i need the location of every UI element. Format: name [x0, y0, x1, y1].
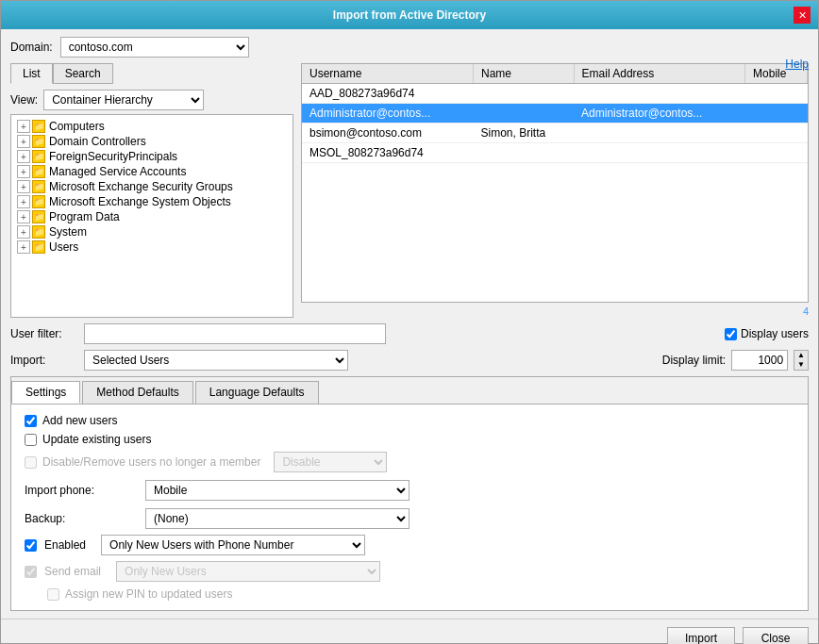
import-row: Import: Selected Users All Users New Use… — [10, 350, 809, 371]
tree-container[interactable]: + 📁 Computers + 📁 Domain Controllers + 📁… — [10, 114, 293, 318]
tab-method-defaults[interactable]: Method Defaults — [82, 381, 192, 404]
tree-item[interactable]: + 📁 System — [13, 224, 291, 239]
tree-expander[interactable]: + — [17, 195, 30, 208]
backup-row: Backup: (None) — [25, 508, 794, 529]
display-limit-label: Display limit: — [662, 354, 726, 367]
enabled-checkbox[interactable] — [25, 539, 37, 552]
tree-item[interactable]: + 📁 Computers — [13, 119, 291, 134]
user-table: Username Name Email Address Mobile AAD_8… — [301, 63, 809, 303]
help-link[interactable]: Help — [785, 58, 809, 71]
folder-icon: 📁 — [32, 210, 45, 223]
close-button[interactable]: ✕ — [794, 7, 811, 24]
tree-item[interactable]: + 📁 ForeignSecurityPrincipals — [13, 149, 291, 164]
tree-item[interactable]: + 📁 Domain Controllers — [13, 134, 291, 149]
backup-select[interactable]: (None) — [145, 508, 410, 529]
title-bar: Import from Active Directory ✕ — [1, 1, 818, 29]
add-new-users-checkbox[interactable] — [25, 415, 37, 427]
cell-name — [474, 143, 575, 163]
cell-username: bsimon@contoso.com — [302, 124, 474, 143]
import-phone-row: Import phone: Mobile Home Work — [25, 480, 794, 501]
disable-remove-row: Disable/Remove users no longer a member … — [25, 452, 794, 472]
tree-item[interactable]: + 📁 Users — [13, 239, 291, 255]
cell-mobile — [745, 143, 808, 163]
table-row[interactable]: AAD_808273a96d74 — [302, 84, 808, 104]
enabled-row: Enabled Only New Users with Phone Number — [25, 535, 794, 555]
tree-expander[interactable]: + — [17, 150, 30, 163]
tree-label: Microsoft Exchange System Objects — [49, 195, 231, 208]
import-button[interactable]: Import — [667, 627, 735, 644]
settings-tabs: Settings Method Defaults Language Defaul… — [11, 377, 808, 405]
folder-icon: 📁 — [32, 120, 45, 133]
disable-remove-select: Disable — [274, 452, 387, 472]
domain-label: Domain: — [10, 41, 53, 54]
tree-label: Managed Service Accounts — [49, 165, 186, 178]
table-row[interactable]: Administrator@contos... Administrator@co… — [302, 104, 808, 124]
table-row[interactable]: bsimon@contoso.com Simon, Britta — [302, 124, 808, 143]
tree-expander[interactable]: + — [17, 180, 30, 193]
cell-username: Administrator@contos... — [302, 104, 474, 124]
cell-email — [574, 84, 745, 104]
folder-icon: 📁 — [32, 165, 45, 178]
tree-item[interactable]: + 📁 Microsoft Exchange Security Groups — [13, 179, 291, 194]
tree-expander[interactable]: + — [17, 135, 30, 148]
tree-item[interactable]: + 📁 Microsoft Exchange System Objects — [13, 194, 291, 209]
disable-remove-label: Disable/Remove users no longer a member — [42, 455, 260, 469]
main-area: List Search View: Container Hierarchy + … — [10, 63, 809, 318]
enabled-select[interactable]: Only New Users with Phone Number — [101, 535, 365, 555]
assign-pin-checkbox[interactable] — [47, 588, 59, 601]
folder-icon: 📁 — [32, 225, 45, 239]
spinner-down[interactable]: ▼ — [794, 360, 808, 370]
filter-row: User filter: Display users — [10, 323, 809, 344]
dialog-title: Import from Active Directory — [25, 8, 794, 22]
tree-expander[interactable]: + — [17, 165, 30, 178]
domain-select[interactable]: contoso.com — [60, 37, 249, 58]
tree-label: ForeignSecurityPrincipals — [49, 150, 177, 163]
users-table: Username Name Email Address Mobile AAD_8… — [302, 64, 808, 163]
view-select[interactable]: Container Hierarchy — [43, 90, 204, 110]
tree-item[interactable]: + 📁 Managed Service Accounts — [13, 164, 291, 179]
backup-label: Backup: — [25, 512, 138, 525]
update-existing-users-checkbox[interactable] — [25, 434, 37, 446]
col-email: Email Address — [574, 64, 745, 84]
send-email-checkbox[interactable] — [25, 566, 37, 578]
cell-email — [574, 124, 745, 143]
user-filter-input[interactable] — [84, 323, 386, 344]
tab-list[interactable]: List — [10, 63, 53, 84]
spinner: ▲ ▼ — [794, 350, 809, 371]
folder-icon: 📁 — [32, 180, 45, 193]
import-select[interactable]: Selected Users All Users New Users — [84, 350, 348, 371]
tab-settings[interactable]: Settings — [11, 381, 80, 404]
close-dialog-button[interactable]: Close — [743, 627, 809, 644]
display-limit-input[interactable]: 1000 — [731, 350, 788, 371]
add-new-users-label: Add new users — [42, 414, 117, 427]
right-panel: Username Name Email Address Mobile AAD_8… — [301, 63, 809, 318]
display-users-label: Display users — [741, 327, 809, 340]
cell-mobile — [745, 104, 808, 124]
disable-remove-checkbox[interactable] — [25, 456, 37, 469]
view-row: View: Container Hierarchy — [10, 90, 293, 110]
cell-name: Simon, Britta — [474, 124, 575, 143]
tree-label: Domain Controllers — [49, 135, 146, 148]
spinner-up[interactable]: ▲ — [794, 351, 808, 360]
tree-expander[interactable]: + — [17, 225, 30, 239]
domain-row: Domain: contoso.com — [10, 37, 809, 58]
tab-language-defaults[interactable]: Language Defaults — [195, 381, 319, 404]
update-existing-users-row: Update existing users — [25, 433, 794, 446]
cell-mobile — [745, 124, 808, 143]
cell-name — [474, 84, 575, 104]
import-phone-select[interactable]: Mobile Home Work — [145, 480, 410, 501]
tab-search[interactable]: Search — [53, 63, 113, 84]
tree-label: Users — [49, 240, 78, 254]
folder-icon: 📁 — [32, 195, 45, 208]
tree-expander[interactable]: + — [17, 240, 30, 254]
tree-label: Microsoft Exchange Security Groups — [49, 180, 233, 193]
settings-panel: Settings Method Defaults Language Defaul… — [10, 376, 809, 611]
tab-row: List Search — [10, 63, 293, 84]
update-existing-users-label: Update existing users — [42, 433, 151, 446]
tree-expander[interactable]: + — [17, 120, 30, 133]
assign-pin-row: Assign new PIN to updated users — [47, 587, 794, 601]
tree-item[interactable]: + 📁 Program Data — [13, 209, 291, 224]
table-row[interactable]: MSOL_808273a96d74 — [302, 143, 808, 163]
tree-expander[interactable]: + — [17, 210, 30, 223]
display-users-checkbox[interactable] — [725, 328, 737, 340]
